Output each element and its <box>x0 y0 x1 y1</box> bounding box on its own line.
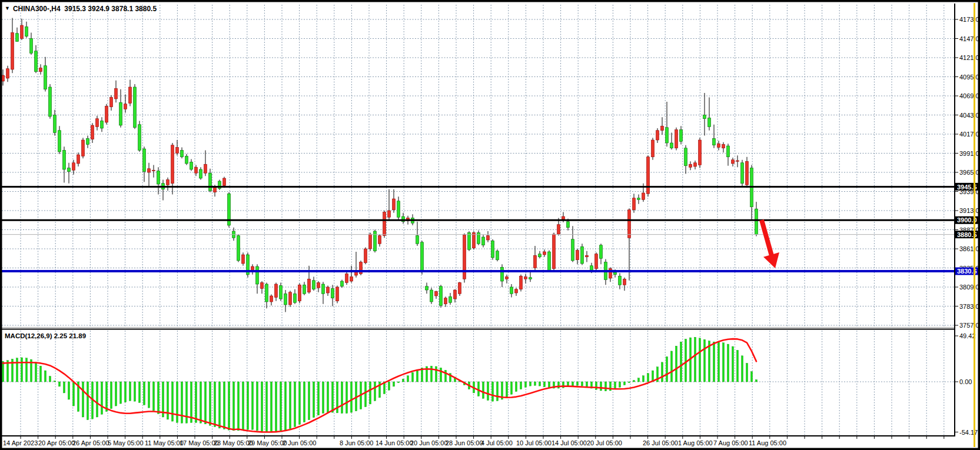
macd-tick-label: 0.00 <box>959 378 972 385</box>
bear-candle <box>181 151 184 157</box>
macd-bar <box>304 382 305 422</box>
price-tick-label: 3809.0 <box>959 284 979 291</box>
macd-bar <box>398 382 400 383</box>
bull-candle <box>553 234 556 269</box>
bull-candle <box>717 144 720 147</box>
bull-candle <box>115 89 118 99</box>
price-tick-label: 3913.0 <box>959 207 979 214</box>
macd-bar <box>742 356 743 382</box>
bull-candle <box>176 148 179 154</box>
bear-candle <box>284 294 287 305</box>
bear-candle <box>200 169 202 178</box>
bull-candle <box>746 161 749 185</box>
price-tick-label: 3783.0 <box>959 303 979 310</box>
price-tick-label: 4043.0 <box>959 112 979 119</box>
macd-bar <box>266 382 268 432</box>
macd-bar <box>676 346 677 382</box>
price-tick-label: 3757.0 <box>959 322 979 329</box>
macd-bar <box>233 382 235 431</box>
macd-bar <box>388 382 390 390</box>
bull-candle <box>506 277 509 279</box>
bull-candle <box>454 290 457 299</box>
chart-canvas[interactable]: 4173.04147.04121.04095.04069.04043.04017… <box>0 0 980 450</box>
macd-bar <box>497 382 499 401</box>
macd-bar <box>68 382 70 399</box>
bear-candle <box>440 286 443 306</box>
bear-candle <box>501 267 504 281</box>
macd-bar <box>511 382 513 394</box>
price-tick-label: 4147.0 <box>959 35 979 42</box>
bull-candle <box>223 178 226 186</box>
bear-candle <box>185 156 188 164</box>
price-tick-label: 3861.0 <box>959 245 979 252</box>
macd-bar <box>54 381 56 382</box>
bull-candle <box>82 140 85 156</box>
macd-bar <box>605 382 607 391</box>
price-tick-label: 4095.0 <box>959 74 979 81</box>
time-tick-label: 11 Aug 05:00 <box>749 439 786 446</box>
bull-candle <box>346 274 348 283</box>
macd-bar <box>680 342 682 382</box>
macd-bar <box>2 361 4 382</box>
macd-bar <box>195 382 197 422</box>
bull-candle <box>383 212 386 236</box>
time-tick-label: 20 Jun 05:00 <box>410 439 448 446</box>
macd-bar <box>727 344 729 382</box>
macd-bar <box>619 382 621 387</box>
macd-bar <box>436 366 437 382</box>
macd-bar <box>323 382 324 414</box>
bull-candle <box>732 160 735 164</box>
macd-bar <box>97 382 98 417</box>
macd-bar <box>21 358 23 382</box>
bear-candle <box>421 242 424 272</box>
bull-candle <box>473 233 476 248</box>
bull-candle <box>105 106 108 123</box>
bull-candle <box>642 193 645 199</box>
macd-bar <box>582 382 583 386</box>
bull-candle <box>562 216 565 219</box>
time-tick-label: 20 Jul 05:00 <box>587 439 622 446</box>
macd-bar <box>16 358 18 382</box>
macd-bar <box>365 382 367 407</box>
macd-bar <box>751 372 753 382</box>
macd-bar <box>586 382 588 387</box>
bull-candle <box>11 33 14 70</box>
bear-candle <box>256 266 259 284</box>
bull-candle <box>623 279 626 285</box>
macd-bar <box>327 382 329 412</box>
macd-bar <box>596 382 597 389</box>
bear-candle <box>666 128 669 143</box>
time-tick-label: 20 Apr 05:00 <box>38 439 75 446</box>
bull-candle <box>388 211 391 217</box>
macd-bar <box>40 366 42 382</box>
macd-bar <box>82 382 84 417</box>
macd-bar <box>129 382 131 401</box>
bull-candle <box>652 140 655 157</box>
bear-candle <box>482 237 485 245</box>
macd-bar <box>346 382 348 414</box>
bull-candle <box>270 296 273 302</box>
bear-candle <box>280 286 283 299</box>
macd-bar <box>534 382 536 385</box>
bear-candle <box>397 201 400 218</box>
bull-candle <box>534 255 537 268</box>
macd-bar <box>530 382 531 386</box>
bull-candle <box>72 163 75 171</box>
bear-candle <box>567 222 570 228</box>
bear-candle <box>685 148 687 166</box>
time-tick-label: 14 Jun 05:00 <box>376 439 413 446</box>
macd-bar <box>633 381 635 382</box>
bull-candle <box>275 284 278 298</box>
macd-bar <box>723 343 725 382</box>
chart-background <box>0 0 980 450</box>
bear-candle <box>138 125 141 151</box>
macd-bar <box>662 362 663 382</box>
bull-candle <box>520 276 523 289</box>
bull-candle <box>327 287 330 293</box>
macd-bar <box>516 382 517 392</box>
bear-candle <box>35 51 38 72</box>
bull-candle <box>393 199 396 210</box>
macd-bar <box>600 382 602 391</box>
bull-candle <box>39 68 42 72</box>
macd-bar <box>506 382 508 397</box>
